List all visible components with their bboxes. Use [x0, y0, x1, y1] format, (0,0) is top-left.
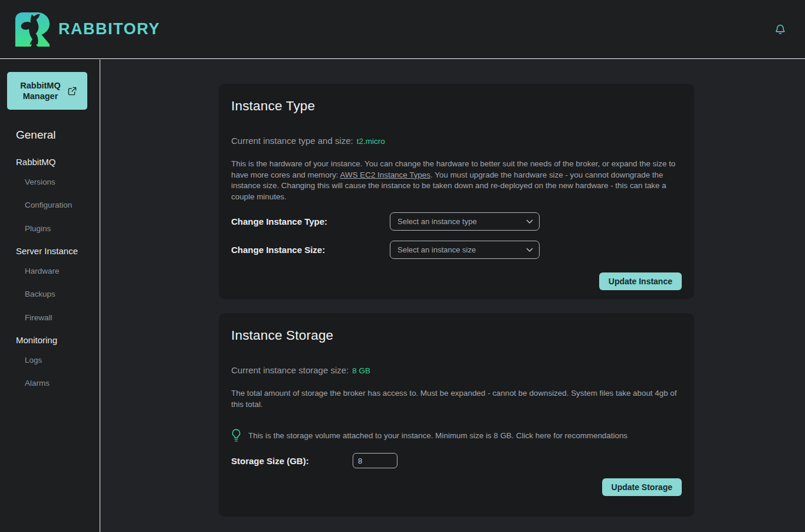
instance-type-select-value: Select an instance type	[397, 217, 477, 226]
current-storage-label: Current instance storage size:	[231, 365, 349, 375]
sidebar-item-plugins[interactable]: Plugins	[25, 224, 100, 233]
rabbitmq-manager-button[interactable]: RabbitMQ Manager	[7, 72, 87, 110]
sidebar: RabbitMQ Manager General RabbitMQ Versio…	[0, 60, 100, 532]
top-header: RABBITORY	[0, 0, 805, 59]
sidebar-item-backups[interactable]: Backups	[25, 290, 100, 298]
storage-size-input[interactable]	[353, 453, 397, 468]
sidebar-item-alarms[interactable]: Alarms	[25, 379, 100, 387]
update-storage-button[interactable]: Update Storage	[602, 478, 682, 496]
change-instance-size-row: Change Instance Size: Select an instance…	[231, 241, 682, 259]
storage-size-label: Storage Size (GB):	[231, 456, 353, 466]
current-storage-line: Current instance storage size:8 GB	[231, 365, 682, 375]
sidebar-group-rabbitmq: RabbitMQ	[16, 157, 100, 167]
current-instance-line: Current instance type and size:t2.micro	[231, 136, 682, 146]
storage-tip-text: This is the storage volume attached to y…	[248, 431, 627, 440]
recommendations-link[interactable]: Click here for recommendations	[516, 431, 627, 440]
current-instance-label: Current instance type and size:	[231, 136, 353, 146]
instance-size-select-value: Select an instance size	[397, 245, 476, 254]
instance-type-select[interactable]: Select an instance type	[390, 212, 540, 231]
instance-storage-title: Instance Storage	[231, 313, 682, 343]
instance-type-actions: Update Instance	[231, 272, 682, 290]
main-content: Instance Type Current instance type and …	[101, 60, 805, 532]
rabbit-logo-icon	[14, 11, 51, 48]
lightbulb-icon	[231, 428, 241, 443]
sidebar-heading-general: General	[16, 129, 100, 142]
change-instance-type-label: Change Instance Type:	[231, 216, 390, 226]
instance-storage-card: Instance Storage Current instance storag…	[219, 313, 694, 517]
current-storage-value: 8 GB	[352, 366, 370, 375]
sidebar-group-server-instance: Server Instance	[16, 246, 100, 256]
instance-storage-actions: Update Storage	[231, 478, 682, 496]
bell-icon	[774, 23, 786, 36]
chevron-down-icon	[526, 219, 533, 224]
sidebar-group-monitoring: Monitoring	[16, 335, 100, 345]
sidebar-item-firewall[interactable]: Firewall	[25, 313, 100, 322]
external-link-icon	[68, 87, 77, 96]
sidebar-item-versions[interactable]: Versions	[25, 178, 100, 186]
notifications-button[interactable]	[772, 21, 788, 38]
rabbitmq-manager-label: RabbitMQ Manager	[18, 80, 63, 101]
sidebar-item-hardware[interactable]: Hardware	[25, 267, 100, 275]
tip-text-static: This is the storage volume attached to y…	[248, 431, 516, 440]
instance-type-title: Instance Type	[231, 84, 682, 114]
instance-storage-description: The total amount of storage the broker h…	[231, 388, 677, 410]
instance-size-select[interactable]: Select an instance size	[390, 241, 540, 259]
chevron-down-icon	[526, 248, 533, 252]
storage-size-row: Storage Size (GB):	[231, 453, 682, 468]
instance-type-card: Instance Type Current instance type and …	[219, 84, 694, 299]
brand-home-link[interactable]: RABBITORY	[14, 11, 160, 48]
sidebar-item-logs[interactable]: Logs	[25, 356, 100, 364]
current-instance-value: t2.micro	[357, 137, 385, 146]
change-instance-size-label: Change Instance Size:	[231, 245, 390, 255]
update-instance-button[interactable]: Update Instance	[599, 272, 682, 290]
storage-tip-row: This is the storage volume attached to y…	[231, 428, 682, 443]
page: RABBITORY RabbitMQ Manager General	[0, 0, 805, 532]
change-instance-type-row: Change Instance Type: Select an instance…	[231, 212, 682, 231]
instance-type-description: This is the hardware of your instance. Y…	[231, 159, 681, 202]
aws-ec2-instance-types-link[interactable]: AWS EC2 Instance Types	[340, 170, 431, 179]
brand-title: RABBITORY	[58, 20, 160, 38]
sidebar-item-configuration[interactable]: Configuration	[25, 201, 100, 209]
